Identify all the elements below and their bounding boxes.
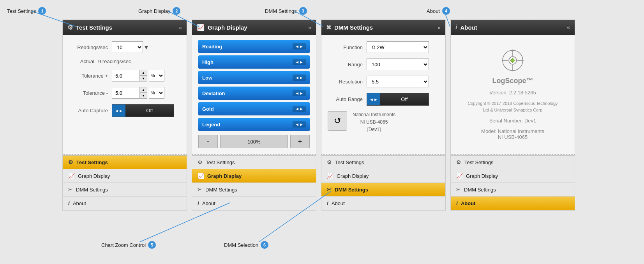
nav-graph-display-3[interactable]: 📈 Graph Display	[321, 169, 445, 183]
callout-circle-1: 1	[38, 7, 46, 15]
about-copyright: Copyright © 2017-2018 Copernicus Technol…	[468, 100, 558, 113]
tolerance-minus-down[interactable]: ▼	[140, 93, 147, 98]
callout-label-3: DMM Settings	[265, 8, 297, 14]
graph-reading-btn[interactable]: Reading ◄►	[198, 40, 310, 53]
test-settings-panel: ⚙ Test Settings « Readings/sec 10 5 1 ▾	[62, 19, 187, 211]
auto-capture-value: Off	[125, 105, 174, 117]
dmm-settings-nav-label-1: DMM Settings	[76, 187, 108, 193]
graph-display-collapse-btn[interactable]: «	[308, 25, 311, 31]
nav-about-2[interactable]: i About	[192, 197, 316, 210]
about-header-icon: i	[455, 24, 457, 31]
graph-display-nav-icon-4: 📈	[456, 173, 463, 179]
nav-graph-display-4[interactable]: 📈 Graph Display	[451, 169, 575, 183]
graph-gold-btn[interactable]: Gold ◄►	[198, 102, 310, 115]
callout-label-6: DMM Selection	[224, 242, 258, 248]
dmm-autorange-toggle[interactable]: ◄► Off	[367, 93, 429, 106]
nav-test-settings-1[interactable]: ⚙ Test Settings	[63, 156, 187, 169]
dmm-settings-nav-icon-3: ✂	[327, 186, 332, 193]
tolerance-plus-input[interactable]	[112, 70, 139, 81]
dmm-settings-collapse-btn[interactable]: «	[438, 25, 441, 31]
graph-legend-btn[interactable]: Legend ◄►	[198, 118, 310, 131]
dmm-settings-title: DMM Settings	[334, 24, 373, 31]
tolerance-plus-up[interactable]: ▲	[140, 70, 147, 76]
test-settings-header: ⚙ Test Settings «	[63, 20, 187, 35]
about-nav-label-4: About	[461, 200, 476, 206]
nav-about-4[interactable]: i About	[451, 197, 575, 210]
graph-low-label: Low	[202, 75, 212, 81]
test-settings-nav-icon-1: ⚙	[68, 159, 73, 165]
dmm-settings-header-icon: ✖	[326, 24, 331, 31]
zoom-value: 100%	[220, 135, 288, 148]
about-model: Model: National InstrumentsNI USB-4065	[481, 128, 544, 140]
nav-about-1[interactable]: i About	[63, 197, 187, 210]
auto-capture-label: Auto Capture	[69, 108, 108, 113]
callout-label-2: Graph Display	[138, 8, 170, 14]
nav-dmm-settings-3[interactable]: ✂ DMM Settings	[321, 183, 445, 197]
auto-capture-toggle[interactable]: ◄► Off	[112, 104, 174, 117]
graph-display-title: Graph Display	[208, 24, 247, 31]
about-serial: Serial Number: Dev1	[489, 118, 536, 124]
callout-label-5: Chart Zoom Control	[101, 242, 146, 248]
about-nav-label-2: About	[202, 200, 215, 206]
tolerance-plus-down[interactable]: ▼	[140, 76, 147, 81]
nav-about-3[interactable]: i About	[321, 197, 445, 210]
nav-graph-display-2[interactable]: 📈 Graph Display	[192, 169, 316, 183]
tolerance-plus-unit[interactable]: %	[149, 70, 164, 82]
dmm-function-select[interactable]: Ω 2W Ω 4W DCV ACV	[367, 41, 429, 53]
nav-graph-display-1[interactable]: 📈 Graph Display	[63, 169, 187, 183]
callout-circle-4: 4	[442, 7, 450, 15]
about-collapse-btn[interactable]: «	[567, 24, 570, 30]
test-settings-header-icon: ⚙	[67, 24, 73, 31]
dmm-settings-nav-icon-4: ✂	[456, 186, 461, 193]
about-nav-icon-4: i	[456, 200, 458, 206]
graph-deviation-arrows: ◄►	[293, 90, 306, 96]
zoom-plus-btn[interactable]: +	[290, 135, 310, 148]
tolerance-minus-label: Tolerance -	[69, 90, 108, 96]
readings-sec-select[interactable]: 10 5 1	[112, 41, 143, 53]
callout-label-4: About	[427, 8, 440, 14]
dmm-settings-nav-label-2: DMM Settings	[205, 187, 237, 193]
graph-high-label: High	[202, 59, 213, 65]
tolerance-minus-input[interactable]	[112, 87, 139, 98]
about-logo	[501, 49, 524, 72]
nav-test-settings-4[interactable]: ⚙ Test Settings	[451, 156, 575, 169]
actual-label: Actual	[73, 58, 94, 64]
callout-5: Chart Zoom Control 5	[101, 241, 156, 249]
tolerance-minus-up[interactable]: ▲	[140, 87, 147, 93]
test-settings-nav-icon-2: ⚙	[198, 159, 203, 165]
graph-high-arrows: ◄►	[293, 59, 306, 65]
graph-deviation-btn[interactable]: Deviation ◄►	[198, 87, 310, 100]
graph-deviation-label: Deviation	[202, 90, 225, 96]
nav-test-settings-3[interactable]: ⚙ Test Settings	[321, 156, 445, 169]
graph-gold-arrows: ◄►	[293, 106, 306, 112]
graph-display-nav-label-4: Graph Display	[466, 173, 498, 179]
graph-display-nav-label-2: Graph Display	[207, 173, 242, 179]
graph-gold-label: Gold	[202, 106, 214, 112]
test-settings-collapse-btn[interactable]: «	[179, 25, 182, 31]
dmm-resolution-select[interactable]: 5.5 4.5 6.5	[367, 76, 429, 87]
graph-high-btn[interactable]: High ◄►	[198, 55, 310, 69]
about-nav-label-1: About	[73, 200, 86, 206]
dmm-range-select[interactable]: 100 10 1000	[367, 58, 429, 70]
dmm-range-label: Range	[328, 62, 363, 67]
nav-dmm-settings-1[interactable]: ✂ DMM Settings	[63, 183, 187, 197]
zoom-minus-btn[interactable]: -	[198, 135, 218, 148]
graph-low-btn[interactable]: Low ◄►	[198, 71, 310, 84]
dmm-settings-panel: ✖ DMM Settings « Function Ω 2W Ω 4W DCV …	[321, 19, 446, 211]
dmm-settings-nav-label-4: DMM Settings	[464, 187, 496, 193]
nav-dmm-settings-4[interactable]: ✂ DMM Settings	[451, 183, 575, 197]
dmm-settings-nav-label-3: DMM Settings	[335, 187, 368, 193]
dmm-autorange-label: Auto Range	[328, 96, 363, 102]
panel4-nav: ⚙ Test Settings 📈 Graph Display ✂ DMM Se…	[451, 155, 575, 210]
callout-3: DMM Settings 3	[265, 7, 307, 15]
dmm-refresh-btn[interactable]: ↺	[328, 111, 347, 131]
readings-sec-label: Readings/sec	[69, 44, 108, 50]
dmm-autorange-value: Off	[380, 93, 429, 105]
nav-dmm-settings-2[interactable]: ✂ DMM Settings	[192, 183, 316, 197]
tolerance-minus-unit[interactable]: %	[149, 87, 164, 99]
about-nav-label-3: About	[332, 200, 345, 206]
callout-4: About 4	[427, 7, 450, 15]
graph-legend-arrows: ◄►	[293, 121, 306, 128]
test-settings-nav-label-3: Test Settings	[335, 159, 364, 165]
nav-test-settings-2[interactable]: ⚙ Test Settings	[192, 156, 316, 169]
